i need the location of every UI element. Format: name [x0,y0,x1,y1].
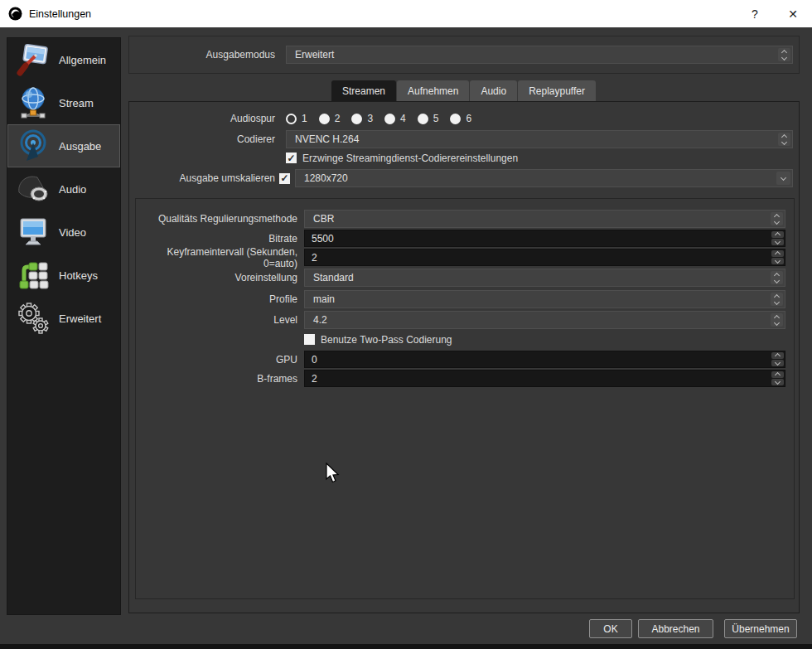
rescale-checkbox[interactable] [279,173,290,184]
encoder-combobox[interactable]: NVENC H.264 [286,130,793,148]
spinner-icons[interactable] [771,212,783,225]
chevron-down-icon [775,258,781,264]
sidebar-item-video[interactable]: Video [7,211,120,254]
mouse-cursor [326,463,341,485]
rescale-combobox[interactable]: 1280x720 [295,169,793,187]
close-button[interactable]: ✕ [774,0,812,27]
spin-up-button[interactable] [771,231,784,238]
spin-down-button[interactable] [771,239,784,245]
audio-track-radio-1[interactable]: 1 [286,113,307,124]
preset-row: Voreinstellung Standard [136,269,794,287]
spin-up-button[interactable] [771,371,784,378]
video-icon [17,216,50,249]
audio-track-radio-6[interactable]: 6 [450,113,471,124]
chevron-down-icon [781,138,787,144]
spinner-icons[interactable] [778,48,790,61]
preset-label: Voreinstellung [136,272,297,283]
chevron-down-icon [781,54,787,60]
keyframe-row: Keyframeintervall (Sekunden, 0=auto) 2 [136,249,794,266]
sidebar-item-label: Audio [59,183,86,196]
audio-track-label: Audiospur [129,113,275,124]
spin-up-button[interactable] [771,352,784,359]
spinner-icons[interactable] [778,133,790,146]
level-value: 4.2 [313,314,327,326]
chevron-down-icon [775,360,781,366]
audio-track-radio-4[interactable]: 4 [384,113,406,124]
encoder-settings-group: Qualitäts Regulierungsmethode CBR Bitrat… [135,198,795,599]
spin-down-button[interactable] [771,360,784,366]
chevron-down-icon [775,239,781,245]
sidebar-item-stream[interactable]: Stream [7,81,120,124]
two-pass-row: Benutze Two-Pass Codierung [136,333,794,346]
gpu-spinbox[interactable]: 0 [304,351,785,368]
sidebar-item-label: Hotkeys [59,269,98,282]
settings-dialog: Allgemein Stream [0,27,812,649]
streaming-tab-panel: Audiospur 1 2 3 4 5 6 [128,101,800,613]
audio-track-radio-5[interactable]: 5 [418,113,439,124]
bitrate-value: 5500 [312,233,334,245]
hotkeys-icon [17,259,50,292]
spin-buttons[interactable] [771,231,784,245]
cancel-button[interactable]: Abbrechen [638,619,713,638]
output-icon [17,129,50,162]
output-mode-combobox[interactable]: Erweitert [286,46,793,64]
ok-button[interactable]: OK [589,619,632,638]
preset-combobox[interactable]: Standard [304,269,785,287]
radio-icon [351,114,362,124]
dropdown-button[interactable] [776,172,790,185]
bframes-value: 2 [312,373,317,385]
general-icon [17,43,50,76]
window-title: Einstellungen [29,8,91,20]
tab-streamen[interactable]: Streamen [331,80,396,101]
level-combobox[interactable]: 4.2 [304,311,785,329]
rate-control-label: Qualitäts Regulierungsmethode [136,213,297,225]
radio-label: 4 [400,113,406,124]
apply-button[interactable]: Übernehmen [724,619,797,638]
spin-down-button[interactable] [771,258,784,264]
keyframe-spinbox[interactable]: 2 [304,249,785,266]
spinner-icons[interactable] [771,293,783,306]
enforce-checkbox[interactable] [286,153,297,163]
spin-buttons[interactable] [771,371,784,385]
spinner-icons[interactable] [771,313,783,327]
sidebar-item-erweitert[interactable]: Erweitert [7,297,120,340]
sidebar-item-label: Erweitert [59,312,101,325]
profile-combobox[interactable]: main [304,290,785,308]
tab-replaypuffer[interactable]: Replaypuffer [518,80,596,101]
radio-icon [319,114,330,124]
spin-down-button[interactable] [771,379,784,385]
keyframe-label: Keyframeintervall (Sekunden, 0=auto) [136,246,297,269]
advanced-icon [17,302,50,335]
bframes-spinbox[interactable]: 2 [304,370,785,387]
sidebar-item-audio[interactable]: Audio [7,167,120,211]
enforce-label: Erzwinge Streamingdienst-Codierereinstel… [302,153,518,164]
sidebar-item-allgemein[interactable]: Allgemein [7,38,120,81]
radio-label: 2 [335,113,341,124]
bitrate-row: Bitrate 5500 [136,230,794,247]
radio-label: 6 [466,113,471,124]
audio-track-radio-3[interactable]: 3 [351,113,373,124]
sidebar-item-hotkeys[interactable]: Hotkeys [7,254,120,297]
rate-control-combobox[interactable]: CBR [304,210,785,228]
output-mode-value: Erweitert [295,49,334,61]
encoder-label: Codierer [129,133,275,145]
spin-up-button[interactable] [771,250,784,257]
audio-track-radio-2[interactable]: 2 [319,113,341,124]
spinner-icons[interactable] [771,271,783,284]
level-row: Level 4.2 [136,311,794,329]
gpu-value: 0 [312,354,317,366]
help-button[interactable]: ? [736,0,774,27]
two-pass-label: Benutze Two-Pass Codierung [321,334,452,346]
sidebar-item-ausgabe[interactable]: Ausgabe [7,124,120,167]
obs-logo-icon [8,7,22,21]
tab-audio[interactable]: Audio [470,80,517,101]
radio-icon [450,114,461,124]
bitrate-spinbox[interactable]: 5500 [304,230,785,247]
audio-icon [17,172,50,206]
title-bar: Einstellungen ? ✕ [0,0,812,27]
spin-buttons[interactable] [771,352,784,366]
spin-buttons[interactable] [771,250,784,264]
rescale-value: 1280x720 [304,172,348,184]
two-pass-checkbox[interactable] [304,334,315,345]
tab-aufnehmen[interactable]: Aufnehmen [397,80,469,101]
